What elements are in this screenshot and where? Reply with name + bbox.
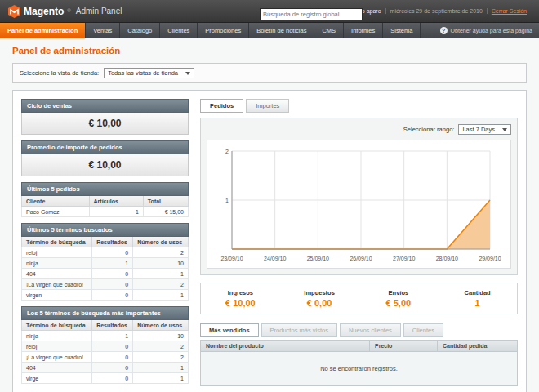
tab-clientes[interactable]: Clientes: [403, 323, 443, 337]
cell-results: 0: [92, 363, 133, 373]
cell-uses: 10: [133, 258, 189, 269]
store-view-select[interactable]: Todas las vistas de tienda: [104, 68, 194, 78]
column-header: Precio: [370, 341, 438, 352]
table-row[interactable]: ¡La virgen que cuadro! 0 2: [22, 279, 189, 290]
column-header: Resultados: [92, 320, 133, 331]
tab-pedidos[interactable]: Pedidos: [200, 99, 243, 113]
dashboard-panel: Ciclo de ventas € 10,00 Promedio de impo…: [12, 90, 527, 392]
tab-importes[interactable]: Importes: [246, 99, 289, 113]
cell-uses: 10: [133, 331, 189, 341]
nav-item-sistema[interactable]: Sistema: [383, 23, 421, 38]
cell-uses: 1: [133, 269, 189, 279]
table-row[interactable]: reloj 0 2: [22, 341, 189, 352]
stat-value: € 10,00: [201, 298, 280, 308]
cell-term: virgen: [22, 290, 92, 301]
magento-logo-icon: [8, 5, 20, 18]
help-label: Obtener ayuda para esta página: [451, 28, 532, 33]
store-view-value: Todas las vistas de tienda: [108, 69, 178, 77]
nav-item-ventas[interactable]: Ventas: [86, 23, 120, 38]
svg-text:23/09/10: 23/09/10: [220, 256, 243, 261]
lifetime-sales-card: Ciclo de ventas € 10,00: [21, 99, 189, 135]
stat-label: Envíos: [359, 289, 439, 296]
top-search-terms-title: Los 5 términos de búsqueda más important…: [21, 306, 189, 320]
nav-item-catalogo[interactable]: Catálogo: [120, 23, 160, 38]
range-selector-bar: Seleccionar rango: Last 7 Days: [207, 124, 511, 140]
svg-text:28/09/10: 28/09/10: [435, 256, 457, 261]
cell-uses: 1: [133, 363, 189, 373]
stat-label: Ingresos: [201, 289, 280, 296]
cell-results: 0: [92, 247, 133, 258]
average-orders-title: Promedio de importe de pedidos: [21, 140, 189, 154]
column-header: Número de usos: [133, 320, 189, 331]
range-select[interactable]: Last 7 Days: [458, 124, 511, 135]
cell-term: ¡La virgen que cuadro!: [22, 352, 92, 363]
cell-results: 0: [92, 373, 133, 384]
store-view-label: Seleccione la vista de tienda:: [20, 69, 99, 77]
cell-term: ninja: [22, 331, 92, 341]
cell-term: virge: [22, 373, 92, 384]
brand-suffix: Admin Panel: [76, 7, 122, 16]
svg-text:2: 2: [225, 149, 229, 154]
table-row[interactable]: Paco Gomez 1 € 15,00: [22, 207, 189, 217]
last-search-terms-title: Últimos 5 términos buscados: [21, 223, 189, 237]
cell-total: € 15,00: [143, 207, 188, 217]
chevron-down-icon: [185, 72, 190, 75]
tab-nuevos-clientes[interactable]: Nuevos clientes: [340, 323, 401, 337]
last-search-terms-table: Término de búsqueda Resultados Número de…: [21, 237, 189, 301]
cell-term: reloj: [22, 247, 92, 258]
orders-chart-panel: Seleccionar rango: Last 7 Days 23/09/102…: [200, 118, 518, 275]
table-row[interactable]: ¡La virgen que cuadro! 0 2: [22, 352, 189, 363]
lifetime-sales-title: Ciclo de ventas: [21, 99, 189, 113]
tab-mas-vendidos[interactable]: Más vendidos: [200, 323, 259, 337]
cell-term: reloj: [22, 341, 92, 352]
header-bar: Magento ® Admin Panel Accedió como aparo…: [0, 0, 539, 23]
stat-value: € 0,00: [280, 298, 359, 308]
column-header: Artículos: [89, 196, 143, 207]
tab-productos-mas-vistos[interactable]: Productos más vistos: [261, 323, 337, 337]
svg-text:1: 1: [225, 198, 229, 203]
chart-box: 23/09/1024/09/1025/09/1026/09/1027/09/10…: [207, 140, 511, 269]
svg-text:27/09/10: 27/09/10: [393, 256, 415, 261]
column-header: Nombre del producto: [201, 341, 370, 352]
global-search-input[interactable]: [260, 8, 363, 20]
dashboard-left-column: Ciclo de ventas € 10,00 Promedio de impo…: [21, 99, 189, 392]
average-orders-card: Promedio de importe de pedidos € 10,00: [21, 140, 189, 176]
table-row[interactable]: virge 0 1: [22, 373, 189, 384]
svg-text:25/09/10: 25/09/10: [306, 256, 328, 261]
table-header-row: Término de búsqueda Resultados Número de…: [22, 320, 189, 331]
nav-item-panel[interactable]: Panel de administración: [0, 23, 86, 38]
nav-item-cms[interactable]: CMS: [314, 23, 344, 38]
stat-impuestos: Impuestos € 0,00: [280, 289, 359, 308]
nav-item-clientes[interactable]: Clientes: [160, 23, 198, 38]
help-icon: [440, 27, 448, 34]
column-header: Término de búsqueda: [22, 237, 92, 247]
table-row[interactable]: 404 0 1: [22, 363, 189, 373]
stat-ingresos: Ingresos € 10,00: [201, 289, 280, 308]
stat-value: € 5,00: [359, 298, 439, 308]
help-link[interactable]: Obtener ayuda para esta página: [440, 23, 539, 38]
svg-text:26/09/10: 26/09/10: [350, 256, 372, 261]
brand-name: Magento: [24, 7, 64, 16]
table-header-row: Nombre del producto Precio Cantidad pedi…: [201, 341, 518, 352]
table-row[interactable]: virgen 0 1: [22, 290, 189, 301]
table-row[interactable]: 404 0 1: [22, 269, 189, 279]
logout-link[interactable]: Cerrar Sesión: [487, 8, 531, 14]
cell-results: 0: [92, 352, 133, 363]
cell-term: 404: [22, 363, 92, 373]
table-row[interactable]: reloj 0 2: [22, 247, 189, 258]
cell-term: ninja: [22, 258, 92, 269]
nav-item-informes[interactable]: Informes: [344, 23, 383, 38]
stat-value: 1: [438, 298, 517, 308]
table-row[interactable]: ninja 1 10: [22, 258, 189, 269]
cell-items: 1: [89, 207, 143, 217]
table-row[interactable]: ninja 1 10: [22, 331, 189, 341]
cell-uses: 2: [133, 352, 189, 363]
store-view-strip: Seleccione la vista de tienda: Todas las…: [12, 63, 527, 83]
orders-area-chart: 23/09/1024/09/1025/09/1026/09/1027/09/10…: [216, 143, 503, 265]
cell-results: 0: [92, 290, 133, 301]
nav-item-promociones[interactable]: Promociones: [198, 23, 249, 38]
cell-results: 1: [92, 331, 133, 341]
last-orders-card: Últimos 5 pedidos Cliente Artículos Tota…: [21, 182, 189, 217]
cell-uses: 2: [133, 247, 189, 258]
nav-item-boletin[interactable]: Boletín de noticias: [249, 23, 314, 38]
